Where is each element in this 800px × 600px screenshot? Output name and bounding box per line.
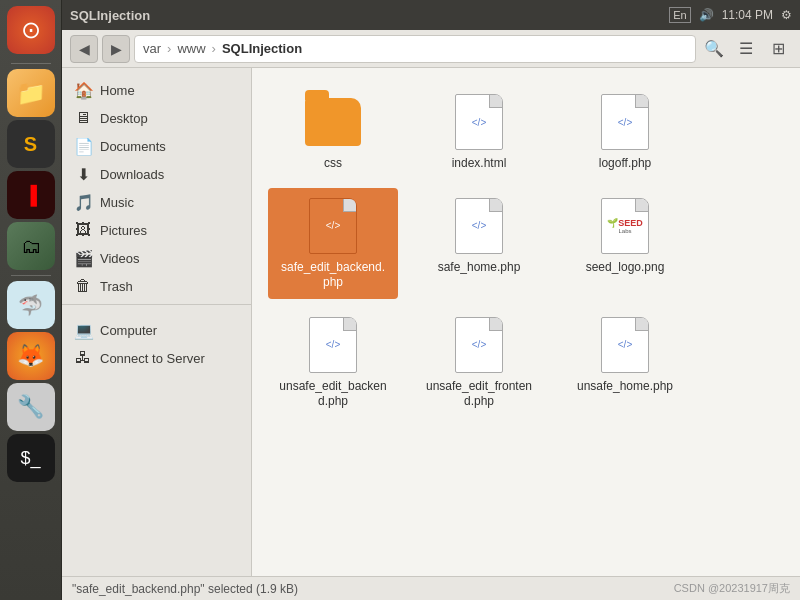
sidebar-label-pictures: Pictures (100, 223, 147, 238)
seed-text: 🌱SEED (607, 218, 643, 228)
window-title: SQLInjection (70, 8, 150, 23)
php-tag-icon-unsafe-home: </> (618, 339, 632, 350)
image-file-icon-seed: 🌱SEED Labs (601, 198, 649, 254)
sidebar-item-computer[interactable]: 💻 Computer (62, 316, 251, 344)
dock-wireshark[interactable]: 🦈 (7, 281, 55, 329)
forward-button[interactable]: ▶ (102, 35, 130, 63)
dock-settings[interactable]: 🔧 (7, 383, 55, 431)
php-file-icon-unsafe-home: </> (601, 317, 649, 373)
sidebar-item-trash[interactable]: 🗑 Trash (62, 272, 251, 300)
file-item-logoff-php[interactable]: </> logoff.php (560, 84, 690, 180)
file-icon-safe-edit-backend: </> (303, 196, 363, 256)
back-button[interactable]: ◀ (70, 35, 98, 63)
file-name-unsafe-edit-backend: unsafe_edit_backend.php (278, 379, 388, 410)
sidebar-label-connect: Connect to Server (100, 351, 205, 366)
trash-icon: 🗑 (74, 277, 92, 295)
php-tag-icon-safe-home: </> (472, 220, 486, 231)
sidebar-item-home[interactable]: 🏠 Home (62, 76, 251, 104)
keyboard-indicator: En (669, 7, 690, 23)
main-area: SQLInjection En 🔊 11:04 PM ⚙ ◀ ▶ var › w… (62, 0, 800, 600)
dock-ubuntu[interactable]: ⊙ (7, 6, 55, 54)
dock-sublime[interactable]: S (7, 120, 55, 168)
home-icon: 🏠 (74, 81, 92, 100)
titlebar-right: En 🔊 11:04 PM ⚙ (669, 7, 792, 23)
file-manager-window: ◀ ▶ var › www › SQLInjection 🔍 ☰ ⊞ (62, 30, 800, 600)
file-icon-logoff-php: </> (595, 92, 655, 152)
file-item-index-html[interactable]: </> index.html (414, 84, 544, 180)
sidebar-label-documents: Documents (100, 139, 166, 154)
breadcrumb-sqlinjection[interactable]: SQLInjection (222, 41, 302, 56)
sidebar-item-desktop[interactable]: 🖥 Desktop (62, 104, 251, 132)
php-file-icon-unsafe-edit-frontend: </> (455, 317, 503, 373)
status-watermark: CSDN @20231917周克 (674, 581, 790, 596)
toolbar-actions: 🔍 ☰ ⊞ (700, 35, 792, 63)
sidebar-label-downloads: Downloads (100, 167, 164, 182)
sublime-icon: S (24, 133, 37, 156)
list-view-button[interactable]: ☰ (732, 35, 760, 63)
app-container: ⊙ 📁 S ▐ 🗂 🦈 🦊 🔧 $ (0, 0, 800, 600)
file-item-unsafe-edit-frontend[interactable]: </> unsafe_edit_frontend.php (414, 307, 544, 418)
file-item-seed-logo[interactable]: 🌱SEED Labs seed_logo.png (560, 188, 690, 299)
sidebar-label-music: Music (100, 195, 134, 210)
folder-open-icon (305, 98, 361, 146)
videos-icon: 🎬 (74, 249, 92, 268)
sidebar-item-documents[interactable]: 📄 Documents (62, 132, 251, 160)
file-name-logoff-php: logoff.php (599, 156, 652, 172)
wireshark-icon: 🦈 (18, 293, 43, 317)
file-item-unsafe-edit-backend[interactable]: </> unsafe_edit_backend.php (268, 307, 398, 418)
file-icon-index-html: </> (449, 92, 509, 152)
file-name-css: css (324, 156, 342, 172)
documents-icon: 📄 (74, 137, 92, 156)
file-item-unsafe-home-php[interactable]: </> unsafe_home.php (560, 307, 690, 418)
terminal2-icon: $_ (20, 448, 40, 469)
labs-text: Labs (618, 228, 631, 234)
breadcrumb-sep-1: › (167, 41, 171, 56)
file-grid: css </> index.html (252, 68, 800, 576)
nautilus-icon: 🗂 (21, 235, 41, 258)
file-item-safe-edit-backend[interactable]: </> safe_edit_backend.php (268, 188, 398, 299)
breadcrumb: var › www › SQLInjection (134, 35, 696, 63)
ubuntu-icon: ⊙ (21, 16, 41, 44)
breadcrumb-www[interactable]: www (177, 41, 205, 56)
dock: ⊙ 📁 S ▐ 🗂 🦈 🦊 🔧 $ (0, 0, 62, 600)
search-button[interactable]: 🔍 (700, 35, 728, 63)
pictures-icon: 🖼 (74, 221, 92, 239)
dock-files[interactable]: 📁 (7, 69, 55, 117)
statusbar: "safe_edit_backend.php" selected (1.9 kB… (62, 576, 800, 600)
file-icon-unsafe-edit-frontend: </> (449, 315, 509, 375)
volume-icon: 🔊 (699, 8, 714, 22)
dock-terminal[interactable]: ▐ (7, 171, 55, 219)
php-file-icon-logoff: </> (601, 94, 649, 150)
php-file-icon-safe-home: </> (455, 198, 503, 254)
sidebar-item-music[interactable]: 🎵 Music (62, 188, 251, 216)
sidebar-label-home: Home (100, 83, 135, 98)
settings-icon: 🔧 (17, 394, 44, 420)
php-tag-icon-unsafe-backend: </> (326, 339, 340, 350)
sidebar-item-pictures[interactable]: 🖼 Pictures (62, 216, 251, 244)
dock-terminal-2[interactable]: $_ (7, 434, 55, 482)
sidebar-label-trash: Trash (100, 279, 133, 294)
file-icon-unsafe-home-php: </> (595, 315, 655, 375)
breadcrumb-var[interactable]: var (143, 41, 161, 56)
system-settings-icon[interactable]: ⚙ (781, 8, 792, 22)
sidebar-label-videos: Videos (100, 251, 140, 266)
status-selected-text: "safe_edit_backend.php" selected (1.9 kB… (72, 582, 298, 596)
sidebar-label-desktop: Desktop (100, 111, 148, 126)
dock-divider-1 (11, 63, 51, 64)
php-tag-icon-safe-edit: </> (326, 220, 340, 231)
files-icon: 📁 (16, 79, 46, 107)
sidebar: 🏠 Home 🖥 Desktop 📄 Documents ⬇ Downloads (62, 68, 252, 576)
file-item-safe-home-php[interactable]: </> safe_home.php (414, 188, 544, 299)
php-file-icon-safe-edit: </> (309, 198, 357, 254)
downloads-icon: ⬇ (74, 165, 92, 184)
sidebar-item-connect[interactable]: 🖧 Connect to Server (62, 344, 251, 372)
titlebar: SQLInjection En 🔊 11:04 PM ⚙ (62, 0, 800, 30)
dock-firefox[interactable]: 🦊 (7, 332, 55, 380)
firefox-icon: 🦊 (17, 343, 44, 369)
sidebar-item-downloads[interactable]: ⬇ Downloads (62, 160, 251, 188)
file-item-css[interactable]: css (268, 84, 398, 180)
dock-nautilus[interactable]: 🗂 (7, 222, 55, 270)
html-tag-icon: </> (472, 117, 486, 128)
sidebar-item-videos[interactable]: 🎬 Videos (62, 244, 251, 272)
grid-view-button[interactable]: ⊞ (764, 35, 792, 63)
